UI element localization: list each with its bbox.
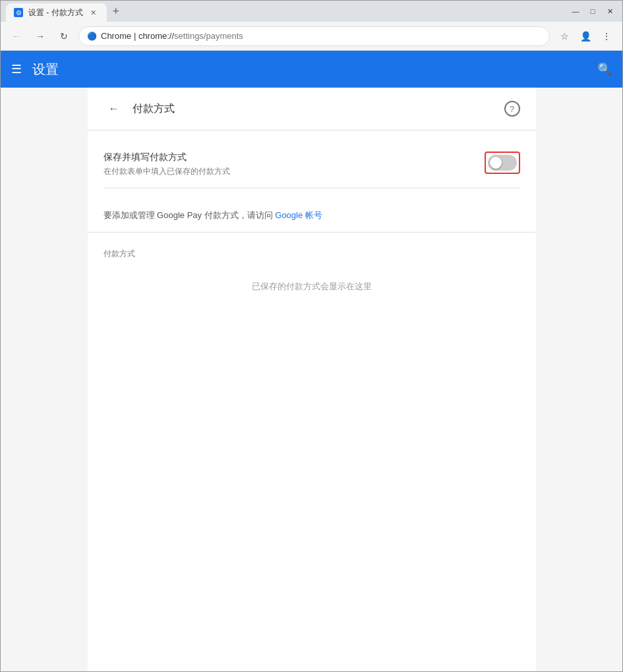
back-nav-button[interactable]: ← [7,27,26,45]
hamburger-icon[interactable]: ☰ [11,62,22,76]
empty-payment-message: 已保存的付款方式会显示在这里 [104,267,520,306]
titlebar: 设置 - 付款方式 ✕ + — □ ✕ [1,1,622,22]
save-payment-row: 保存并填写付款方式 在付款表单中填入已保存的付款方式 [104,141,520,188]
close-button[interactable]: ✕ [603,4,617,18]
url-path: settings/payments [174,31,243,41]
settings-section: 保存并填写付款方式 在付款表单中填入已保存的付款方式 [88,130,536,199]
search-icon[interactable]: 🔍 [597,62,612,76]
window-controls: — □ ✕ [568,4,617,18]
payment-section-label: 付款方式 [104,248,520,260]
google-pay-prefix: 要添加或管理 Google Pay 付款方式，请访问 [104,210,273,220]
toggle-wrapper [485,152,520,174]
bookmark-button[interactable]: ☆ [555,27,574,45]
page-title: 付款方式 [133,102,175,116]
save-payment-label: 保存并填写付款方式 [104,152,485,163]
app-title: 设置 [32,61,59,78]
page-header: ← 付款方式 ? [88,88,536,130]
content-panel: ← 付款方式 ? 保存并填写付款方式 在付款表单中填入已保存的付款方式 [88,88,536,671]
menu-button[interactable]: ⋮ [597,27,616,45]
back-button[interactable]: ← [104,98,125,119]
browser-window: 设置 - 付款方式 ✕ + — □ ✕ ← → ↻ 🔵 Chrome | chr… [0,0,623,672]
active-tab[interactable]: 设置 - 付款方式 ✕ [6,3,107,22]
account-button[interactable]: 👤 [576,27,595,45]
tab-close-button[interactable]: ✕ [88,7,99,18]
app-header: ☰ 设置 🔍 [1,51,622,88]
content-area: ← 付款方式 ? 保存并填写付款方式 在付款表单中填入已保存的付款方式 [1,88,622,671]
secure-icon: 🔵 [87,32,97,41]
maximize-button[interactable]: □ [585,4,600,18]
url-display: Chrome | chrome://settings/payments [101,31,541,41]
payment-methods-section: 付款方式 已保存的付款方式会显示在这里 [88,233,536,316]
tab-favicon [14,8,23,17]
tab-label: 设置 - 付款方式 [28,7,83,18]
new-tab-button[interactable]: + [107,2,125,20]
addressbar: ← → ↻ 🔵 Chrome | chrome://settings/payme… [1,22,622,51]
minimize-button[interactable]: — [568,4,583,18]
url-browser-name: Chrome [101,31,131,41]
url-domain: chrome:// [138,31,174,41]
forward-nav-button[interactable]: → [31,27,49,45]
help-icon[interactable]: ? [504,101,520,117]
google-account-link[interactable]: Google 帐号 [275,210,322,220]
tab-bar: 设置 - 付款方式 ✕ + [6,1,566,22]
toggle-thumb [490,157,502,169]
omnibox[interactable]: 🔵 Chrome | chrome://settings/payments [78,26,550,46]
reload-button[interactable]: ↻ [55,27,73,45]
google-pay-section: 要添加或管理 Google Pay 付款方式，请访问 Google 帐号 [88,199,536,233]
save-payment-desc: 在付款表单中填入已保存的付款方式 [104,166,485,177]
toolbar-right: ☆ 👤 ⋮ [555,27,616,45]
save-payment-toggle[interactable] [488,155,517,171]
save-payment-text: 保存并填写付款方式 在付款表单中填入已保存的付款方式 [104,152,485,177]
url-separator: | [134,31,138,41]
